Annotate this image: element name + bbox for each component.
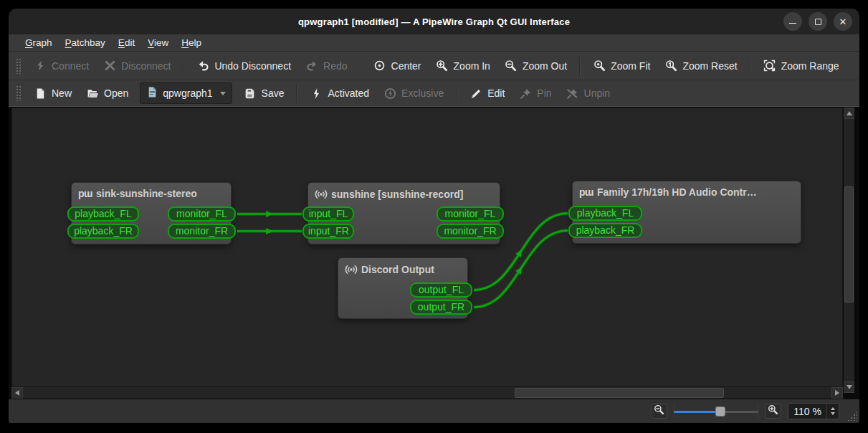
scroll-left-button[interactable]: [11, 387, 23, 399]
port-playback_fl[interactable]: playback_FL: [568, 206, 642, 221]
maximize-button[interactable]: [809, 12, 827, 31]
toolbar-button-label: Zoom Fit: [611, 60, 650, 72]
app-window: qpwgraph1 [modified] — A PipeWire Graph …: [9, 9, 859, 423]
button-redo[interactable]: Redo: [298, 57, 354, 75]
button-disconnect[interactable]: Disconnect: [96, 57, 178, 75]
port-monitor_fl[interactable]: monitor_FL: [437, 206, 504, 222]
toolbar-button-label: Zoom In: [454, 60, 490, 72]
chevron-down-icon: [220, 92, 226, 95]
zoom-in-icon: [436, 60, 449, 72]
button-zoom-range[interactable]: Zoom Range: [756, 57, 846, 75]
port-playback_fr[interactable]: playback_FR: [568, 223, 642, 238]
toolbar-separator: [456, 85, 457, 102]
port-monitor_fr[interactable]: monitor_FR: [168, 224, 236, 239]
node-title: sink-sunshine-stereo: [96, 188, 197, 199]
menu-help[interactable]: Help: [175, 36, 208, 49]
unpin-icon: [566, 87, 579, 100]
slider-handle[interactable]: [715, 406, 725, 417]
exclusive-bolt-icon: [383, 87, 396, 100]
title-bar[interactable]: qpwgraph1 [modified] — A PipeWire Graph …: [9, 9, 859, 34]
zoom-value: 110 %: [788, 406, 826, 417]
vertical-scrollbar[interactable]: [844, 108, 854, 393]
horizontal-scroll-thumb[interactable]: [515, 388, 724, 398]
toolbar-button-label: Exclusive: [401, 87, 444, 99]
button-save[interactable]: Save: [237, 84, 292, 103]
toolbar-button-label: Activated: [328, 87, 369, 99]
scroll-right-button[interactable]: [831, 387, 843, 399]
pin-icon: [519, 87, 532, 100]
button-zoom-out[interactable]: Zoom Out: [497, 57, 574, 75]
button-zoom-reset[interactable]: Zoom Reset: [657, 57, 744, 75]
port-monitor_fl[interactable]: monitor_FL: [168, 206, 236, 222]
button-unpin[interactable]: Unpin: [559, 84, 618, 103]
button-exclusive[interactable]: Exclusive: [376, 84, 451, 103]
scroll-down-button[interactable]: [844, 381, 854, 393]
port-input_fl[interactable]: input_FL: [302, 206, 354, 222]
menu-graph[interactable]: Graph: [19, 36, 59, 49]
center-icon: [373, 60, 386, 72]
zoom-reset-icon: [664, 60, 677, 72]
stream-icon: [345, 263, 358, 276]
close-icon: ✕: [839, 16, 847, 27]
button-zoom-in[interactable]: Zoom In: [429, 57, 497, 75]
button-center[interactable]: Center: [366, 57, 429, 75]
graph-canvas[interactable]: pɯsink-sunshine-stereoplayback_FLplaybac…: [11, 108, 843, 387]
menu-view[interactable]: View: [141, 36, 175, 49]
menu-patchbay[interactable]: Patchbay: [59, 36, 112, 49]
button-new[interactable]: New: [27, 84, 79, 103]
stream-icon: [315, 188, 328, 201]
button-pin[interactable]: Pin: [512, 84, 558, 103]
minimize-button[interactable]: [783, 12, 802, 31]
button-open[interactable]: Open: [79, 84, 135, 103]
resize-grip[interactable]: [847, 411, 857, 421]
wire-arrow-icon: [266, 211, 273, 217]
close-button[interactable]: ✕: [834, 12, 852, 31]
toolbar-main: ConnectDisconnectUndo DisconnectRedoCent…: [9, 51, 859, 80]
spin-arrows[interactable]: [826, 404, 839, 419]
horizontal-scrollbar[interactable]: [11, 387, 843, 399]
zoom-slider[interactable]: [674, 405, 758, 418]
node-title: sunshine [sunshine-record]: [331, 189, 463, 200]
button-activated[interactable]: Activated: [302, 84, 376, 103]
maximize-icon: [815, 19, 821, 25]
minimize-icon: [789, 23, 796, 24]
toolbar-separator: [360, 57, 361, 75]
slider-fill: [674, 411, 720, 413]
port-monitor_fr[interactable]: monitor_FR: [437, 224, 504, 239]
up-arrow-icon: [846, 111, 852, 115]
button-edit[interactable]: Edit: [462, 84, 512, 103]
zoom-fit-icon: [593, 60, 606, 72]
port-playback_fl[interactable]: playback_FL: [67, 206, 139, 222]
node-title: Family 17h/19h HD Audio Contr…: [597, 186, 757, 198]
patchbay-file-icon: [146, 86, 158, 100]
port-output_fl[interactable]: output_FL: [410, 282, 472, 298]
zoom-range-icon: [763, 60, 776, 72]
vertical-scroll-thumb[interactable]: [844, 186, 854, 303]
toolbar-drag-handle[interactable]: [16, 85, 21, 101]
port-output_fr[interactable]: output_FR: [410, 300, 472, 315]
connect-icon: [34, 60, 47, 72]
button-undo-disconnect[interactable]: Undo Disconnect: [189, 57, 298, 75]
redo-icon: [305, 60, 318, 72]
node-title: Discord Output: [361, 264, 434, 275]
combo-qpwgraph1[interactable]: qpwgraph1: [140, 82, 232, 104]
toolbar-button-label: Save: [262, 87, 285, 99]
toolbar-separator: [296, 85, 297, 102]
undo-icon: [196, 60, 209, 72]
zoom-in-button[interactable]: [765, 404, 781, 419]
button-connect[interactable]: Connect: [27, 57, 96, 75]
new-file-icon: [34, 87, 47, 100]
scroll-up-button[interactable]: [844, 108, 854, 119]
graph-view: pɯsink-sunshine-stereoplayback_FLplaybac…: [9, 107, 859, 399]
window-controls: ✕: [783, 12, 852, 31]
zoom-spinbox[interactable]: 110 %: [788, 403, 839, 419]
menu-bar: GraphPatchbayEditViewHelp: [9, 34, 859, 51]
activated-bolt-icon: [310, 87, 323, 100]
port-playback_fr[interactable]: playback_FR: [67, 224, 139, 239]
toolbar-drag-handle[interactable]: [16, 58, 21, 74]
zoom-out-button[interactable]: [651, 404, 667, 419]
menu-edit[interactable]: Edit: [112, 36, 141, 49]
edit-pencil-icon: [469, 87, 482, 100]
port-input_fr[interactable]: input_FR: [302, 224, 354, 239]
button-zoom-fit[interactable]: Zoom Fit: [586, 57, 657, 75]
